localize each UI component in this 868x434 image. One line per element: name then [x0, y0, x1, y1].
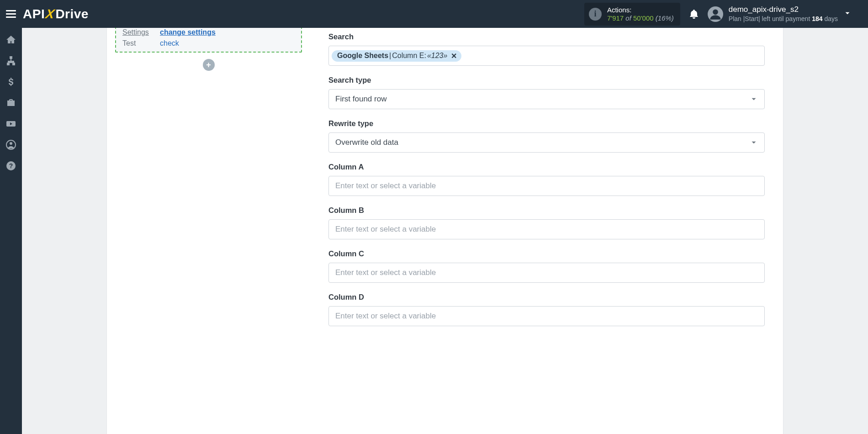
- field-rewrite-type: Rewrite type Overwrite old data: [328, 119, 765, 153]
- chevron-down-icon: [843, 9, 852, 17]
- field-column-c: Column C: [328, 249, 765, 283]
- rewrite-type-value: Overwrite old data: [335, 138, 398, 147]
- search-type-select[interactable]: First found row: [328, 89, 765, 109]
- svg-rect-2: [6, 16, 16, 18]
- table-row: Test check: [121, 38, 296, 49]
- help-icon: ?: [5, 160, 16, 171]
- svg-point-5: [10, 142, 12, 145]
- nav-account[interactable]: [5, 139, 16, 150]
- plan-prefix: Plan |Start| left until payment: [729, 15, 812, 22]
- svg-point-3: [713, 9, 718, 15]
- page: Settings change settings Test check + Se…: [22, 28, 868, 434]
- field-search: Search Google Sheets | Column E: «123» ✕: [328, 32, 765, 66]
- actions-limit: 50'000: [633, 14, 654, 22]
- youtube-icon: [5, 118, 16, 129]
- table-row: Settings change settings: [121, 27, 296, 38]
- column-d-input[interactable]: [328, 306, 765, 326]
- add-step-button[interactable]: +: [203, 59, 215, 71]
- home-icon: [5, 34, 16, 45]
- plan-suffix: days: [823, 15, 838, 22]
- tag-sep: |: [389, 52, 391, 60]
- svg-text:?: ?: [9, 162, 13, 169]
- column-b-input[interactable]: [328, 219, 765, 239]
- canvas: Settings change settings Test check + Se…: [107, 28, 783, 434]
- info-icon: i: [589, 8, 602, 21]
- bell-icon: [688, 9, 699, 20]
- tag-remove[interactable]: ✕: [451, 52, 457, 60]
- sidebar: ?: [0, 28, 22, 434]
- user-text: demo_apix-drive_s2 Plan |Start| left unt…: [729, 5, 838, 22]
- field-column-d: Column D: [328, 293, 765, 326]
- search-type-value: First found row: [335, 95, 386, 104]
- left-column: Settings change settings Test check +: [107, 28, 310, 434]
- rewrite-type-label: Rewrite type: [328, 119, 765, 128]
- change-settings-link[interactable]: change settings: [160, 28, 216, 36]
- logo-text-api: API: [23, 7, 45, 21]
- notifications-button[interactable]: [688, 9, 699, 20]
- logo-text-drive: Drive: [55, 7, 89, 21]
- avatar: [708, 6, 723, 22]
- menu-toggle[interactable]: [0, 0, 22, 28]
- dollar-icon: [5, 76, 16, 87]
- nav-help[interactable]: ?: [5, 160, 16, 171]
- tag-value: «123»: [427, 52, 448, 60]
- nav-briefcase[interactable]: [5, 97, 16, 108]
- actions-label: Actions:: [607, 6, 674, 14]
- tag-source: Google Sheets: [337, 52, 388, 60]
- rewrite-type-select[interactable]: Overwrite old data: [328, 132, 765, 153]
- actions-pct: (16%): [656, 14, 674, 22]
- column-d-label: Column D: [328, 293, 765, 302]
- actions-of: of: [625, 14, 631, 22]
- chevron-down-icon: [750, 138, 758, 147]
- step-card: Settings change settings Test check: [115, 26, 302, 53]
- field-column-b: Column B: [328, 206, 765, 239]
- column-c-label: Column C: [328, 249, 765, 258]
- nav-videos[interactable]: [5, 118, 16, 129]
- svg-rect-0: [6, 10, 16, 11]
- svg-rect-1: [6, 13, 16, 15]
- search-label: Search: [328, 32, 765, 41]
- plan-days: 184: [812, 15, 822, 22]
- logo-text-x: X: [44, 7, 56, 21]
- search-tag: Google Sheets | Column E: «123» ✕: [332, 50, 461, 62]
- field-search-type: Search type First found row: [328, 76, 765, 109]
- actions-counter[interactable]: i Actions: 7'917 of 50'000 (16%): [584, 3, 680, 26]
- step-key: Settings: [122, 28, 149, 36]
- search-type-label: Search type: [328, 76, 765, 85]
- user-name: demo_apix-drive_s2: [729, 5, 838, 14]
- logo[interactable]: APIXDrive: [23, 7, 89, 21]
- actions-used: 7'917: [607, 14, 624, 22]
- user-menu[interactable]: demo_apix-drive_s2 Plan |Start| left unt…: [708, 5, 854, 22]
- user-menu-caret: [843, 9, 852, 19]
- nav-connections[interactable]: [5, 55, 16, 66]
- sitemap-icon: [5, 55, 16, 66]
- top-bar: APIXDrive i Actions: 7'917 of 50'000 (16…: [0, 0, 868, 28]
- step-key: Test: [121, 38, 158, 49]
- search-input[interactable]: Google Sheets | Column E: «123» ✕: [328, 46, 765, 66]
- nav-home[interactable]: [5, 34, 16, 45]
- user-plan: Plan |Start| left until payment 184 days: [729, 15, 838, 23]
- tag-column: Column E:: [392, 52, 426, 60]
- top-actions: i Actions: 7'917 of 50'000 (16%) demo_ap…: [584, 3, 868, 26]
- right-column: Search Google Sheets | Column E: «123» ✕…: [310, 28, 783, 434]
- actions-text: Actions: 7'917 of 50'000 (16%): [607, 6, 674, 22]
- actions-values: 7'917 of 50'000 (16%): [607, 14, 674, 22]
- step-card-table: Settings change settings Test check: [121, 27, 296, 49]
- field-column-a: Column A: [328, 163, 765, 196]
- user-icon: [709, 8, 722, 21]
- nav-billing[interactable]: [5, 76, 16, 87]
- check-link[interactable]: check: [160, 39, 179, 47]
- column-c-input[interactable]: [328, 263, 765, 283]
- chevron-down-icon: [750, 95, 758, 103]
- column-a-input[interactable]: [328, 176, 765, 196]
- user-circle-icon: [5, 139, 16, 150]
- column-a-label: Column A: [328, 163, 765, 171]
- briefcase-icon: [5, 97, 16, 108]
- hamburger-icon: [6, 10, 16, 18]
- column-b-label: Column B: [328, 206, 765, 215]
